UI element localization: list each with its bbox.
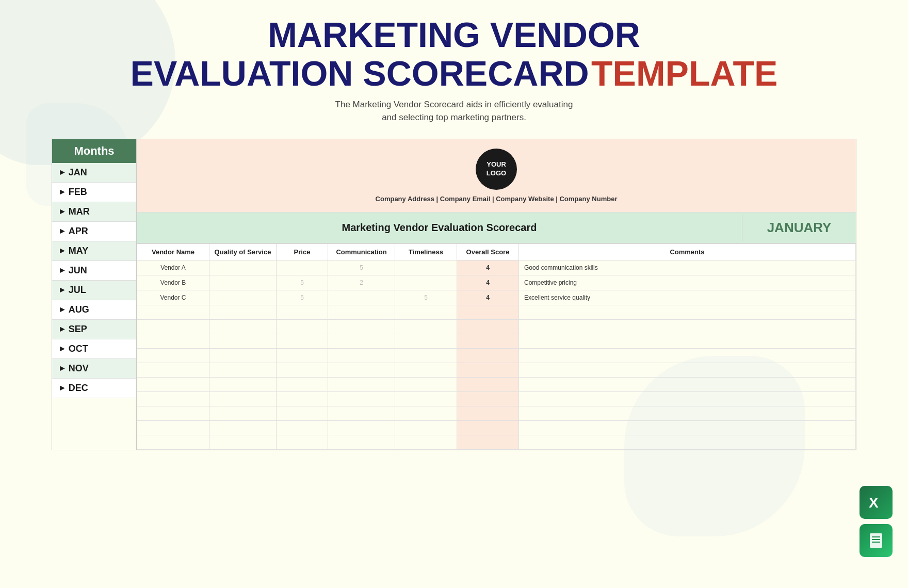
empty-quality [209, 377, 277, 391]
empty-comm [328, 363, 395, 377]
logo-text: YOUR LOGO [487, 160, 506, 178]
table-body: Vendor A 5 4 Good communication skills V… [137, 260, 856, 449]
empty-comm [328, 305, 395, 319]
table-header-row: Vendor Name Quality of Service Price Com… [137, 243, 856, 260]
svg-text:X: X [869, 495, 879, 511]
sidebar-item-jun[interactable]: ►JUN [52, 261, 136, 281]
empty-comm [328, 420, 395, 435]
empty-time [395, 377, 457, 391]
sidebar-item-apr[interactable]: ►APR [52, 222, 136, 241]
sidebar-item-jul[interactable]: ►JUL [52, 281, 136, 300]
vendor-name: Vendor A [137, 260, 209, 275]
empty-vendor [137, 420, 209, 435]
empty-price [277, 391, 328, 406]
empty-comments [519, 391, 856, 406]
title-red: TEMPLATE [591, 54, 777, 93]
col-header-score: Overall Score [457, 243, 519, 260]
table-row-empty [137, 305, 856, 319]
svg-rect-3 [872, 539, 880, 540]
table-row: Vendor B 5 2 4 Competitive pricing [137, 275, 856, 290]
empty-comm [328, 319, 395, 334]
sidebar-arrow-jun: ► [58, 266, 67, 275]
sidebar-arrow-oct: ► [58, 344, 67, 353]
sidebar-item-jan[interactable]: ►JAN [52, 163, 136, 183]
app-icons: X [860, 486, 893, 557]
empty-quality [209, 305, 277, 319]
empty-comments [519, 406, 856, 420]
company-header: YOUR LOGO Company Address | Company Emai… [137, 139, 856, 213]
empty-comments [519, 420, 856, 435]
empty-quality [209, 334, 277, 348]
col-header-vendor: Vendor Name [137, 243, 209, 260]
empty-price [277, 305, 328, 319]
sidebar-item-may[interactable]: ►MAY [52, 241, 136, 261]
sidebar-item-aug[interactable]: ►AUG [52, 300, 136, 320]
empty-price [277, 420, 328, 435]
empty-time [395, 348, 457, 363]
table-row-empty [137, 435, 856, 449]
sidebar-label-oct: OCT [69, 344, 88, 354]
empty-time [395, 305, 457, 319]
title-bold-2: EVALUATION SCORECARD [131, 54, 589, 93]
header-subtitle: The Marketing Vendor Scorecard aids in e… [10, 98, 898, 124]
sidebar-item-dec[interactable]: ►DEC [52, 379, 136, 398]
empty-price [277, 319, 328, 334]
table-row-empty [137, 334, 856, 348]
sidebar-label-jul: JUL [69, 285, 86, 296]
sidebar-item-feb[interactable]: ►FEB [52, 183, 136, 202]
empty-comments [519, 334, 856, 348]
sidebar-arrow-apr: ► [58, 226, 67, 236]
empty-vendor [137, 406, 209, 420]
empty-comments [519, 305, 856, 319]
vendor-name: Vendor B [137, 275, 209, 290]
empty-vendor [137, 319, 209, 334]
empty-quality [209, 420, 277, 435]
empty-vendor [137, 435, 209, 449]
sidebar-item-oct[interactable]: ►OCT [52, 339, 136, 359]
sidebar-label-mar: MAR [69, 206, 90, 217]
title-line2: EVALUATION SCORECARD TEMPLATE [10, 54, 898, 93]
sidebar-label-may: MAY [69, 246, 88, 256]
empty-quality [209, 319, 277, 334]
sidebar-label-feb: FEB [69, 187, 87, 198]
empty-comments [519, 377, 856, 391]
empty-time [395, 420, 457, 435]
vendor-timeliness [395, 275, 457, 290]
vendor-score: 4 [457, 275, 519, 290]
empty-time [395, 319, 457, 334]
sidebar-arrow-nov: ► [58, 364, 67, 373]
sidebar-item-sep[interactable]: ►SEP [52, 320, 136, 339]
sheets-icon [860, 524, 893, 557]
table-row-empty [137, 406, 856, 420]
scorecard-header-row: Marketing Vendor Evaluation Scorecard JA… [137, 213, 856, 243]
empty-time [395, 363, 457, 377]
empty-score [457, 334, 519, 348]
sidebar-item-mar[interactable]: ►MAR [52, 202, 136, 222]
empty-score [457, 305, 519, 319]
vendor-comments: Excellent service quality [519, 290, 856, 305]
empty-comments [519, 435, 856, 449]
empty-score [457, 319, 519, 334]
empty-quality [209, 406, 277, 420]
col-header-comm: Communication [328, 243, 395, 260]
page-header: MARKETING VENDOR EVALUATION SCORECARD TE… [0, 0, 908, 129]
sidebar-label-sep: SEP [69, 324, 87, 335]
col-header-comments: Comments [519, 243, 856, 260]
svg-rect-4 [872, 542, 880, 543]
sidebar-header: Months [52, 139, 136, 163]
empty-vendor [137, 391, 209, 406]
sidebar-item-nov[interactable]: ►NOV [52, 359, 136, 379]
sidebar-arrow-may: ► [58, 246, 67, 255]
empty-comments [519, 348, 856, 363]
sidebar-label-dec: DEC [69, 383, 88, 394]
sidebar-arrow-jul: ► [58, 285, 67, 295]
col-header-quality: Quality of Service [209, 243, 277, 260]
empty-vendor [137, 348, 209, 363]
table-row-empty [137, 420, 856, 435]
empty-vendor [137, 363, 209, 377]
title-bold-1: MARKETING VENDOR [268, 15, 640, 54]
empty-time [395, 435, 457, 449]
scorecard-title: Marketing Vendor Evaluation Scorecard [137, 215, 742, 241]
empty-price [277, 435, 328, 449]
sidebar-label-apr: APR [69, 226, 88, 237]
